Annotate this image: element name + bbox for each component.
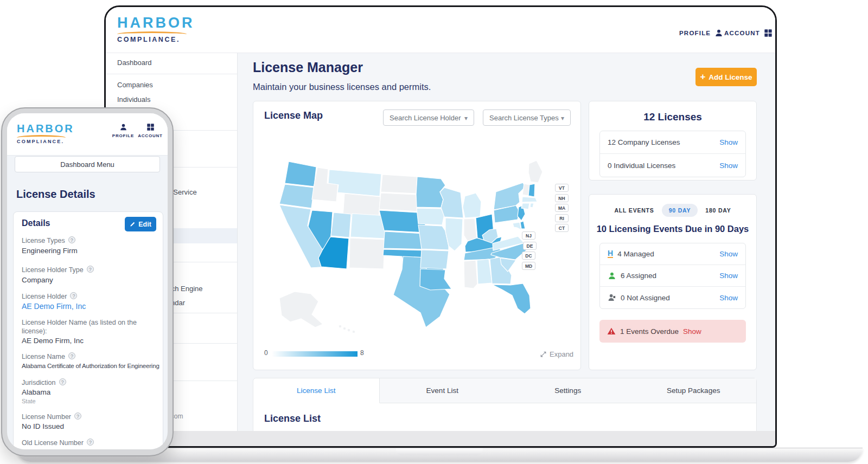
state-label-ma: MA xyxy=(555,204,569,212)
logo-bottom-text: COMPLIANCE. xyxy=(17,139,74,144)
state-in[interactable] xyxy=(464,218,477,241)
chevron-down-icon xyxy=(464,114,468,122)
events-panel-title: 10 Licensing Events Due in 90 Days xyxy=(589,224,756,234)
page-title: License Manager xyxy=(253,60,363,75)
show-assigned-link[interactable]: Show xyxy=(719,272,738,280)
account-menu[interactable]: ACCOUNT xyxy=(724,29,773,37)
help-icon[interactable] xyxy=(87,266,94,273)
individual-licenses-count: 0 Individual Licenses xyxy=(608,162,715,170)
show-not-assigned-link[interactable]: Show xyxy=(719,294,738,302)
search-license-types-dropdown[interactable]: Search License Types xyxy=(483,109,571,126)
field-value: AE Demo Firm, Inc xyxy=(22,337,157,345)
filter-90-day[interactable]: 90 DAY xyxy=(662,204,698,217)
legend-min: 0 xyxy=(264,349,268,357)
license-map-title: License Map xyxy=(264,110,323,121)
tab-settings[interactable]: Settings xyxy=(505,378,631,403)
state-nd[interactable] xyxy=(381,175,417,194)
state-label-ct: CT xyxy=(555,224,569,232)
sidebar-item-companies[interactable]: Companies xyxy=(117,81,153,89)
state-fl[interactable] xyxy=(492,283,531,314)
person-icon xyxy=(119,123,127,131)
harbor-compliance-logo: HARBOR COMPLIANCE. xyxy=(117,15,195,43)
state-hi[interactable] xyxy=(343,327,346,330)
state-hi[interactable] xyxy=(347,328,350,331)
help-icon[interactable] xyxy=(87,439,94,446)
harbor-compliance-logo: HARBOR COMPLIANCE. xyxy=(17,123,74,144)
tab-license-list[interactable]: License List xyxy=(253,378,380,403)
expand-map-button[interactable]: Expand xyxy=(540,350,573,358)
state-al[interactable] xyxy=(477,259,492,284)
state-wa[interactable] xyxy=(285,162,316,186)
phone-frame: HARBOR COMPLIANCE. PROFILE ACCOUNT Dashb… xyxy=(1,107,174,456)
state-la[interactable] xyxy=(420,269,451,290)
grid-icon xyxy=(764,29,773,37)
assigned-count: 6 Assigned xyxy=(621,272,715,280)
field-label: License Holder xyxy=(22,292,152,301)
state-label-nj: NJ xyxy=(522,231,535,240)
show-company-licenses-link[interactable]: Show xyxy=(719,138,738,146)
filter-all-events[interactable]: ALL EVENTS xyxy=(614,207,654,214)
us-choropleth-map[interactable] xyxy=(259,153,563,337)
state-nm[interactable] xyxy=(349,238,385,269)
help-icon[interactable] xyxy=(74,413,81,420)
profile-menu[interactable]: PROFILE xyxy=(679,29,723,37)
state-label-vt: VT xyxy=(555,184,569,192)
state-ct[interactable] xyxy=(521,203,529,209)
state-ma[interactable] xyxy=(522,197,537,202)
main-content: License Manager Maintain your business l… xyxy=(238,53,777,431)
desktop-header: HARBOR COMPLIANCE. PROFILE ACCOUNT xyxy=(106,7,775,53)
state-mo[interactable] xyxy=(418,225,449,250)
show-individual-licenses-link[interactable]: Show xyxy=(719,162,738,170)
state-ak[interactable] xyxy=(279,292,323,327)
dashboard-menu-button[interactable]: Dashboard Menu xyxy=(15,156,160,172)
state-me[interactable] xyxy=(528,160,542,183)
tab-setup-packages[interactable]: Setup Packages xyxy=(631,378,757,403)
help-icon[interactable] xyxy=(59,378,66,385)
list-item: 12 Company Licenses Show xyxy=(600,131,745,154)
edit-button[interactable]: Edit xyxy=(125,217,156,231)
logo-top-text: HARBOR xyxy=(117,15,195,31)
person-x-icon xyxy=(608,293,616,302)
licenses-summary-card: 12 Licenses 12 Company Licenses Show 0 I… xyxy=(589,101,757,181)
search-license-holder-dropdown[interactable]: Search License Holder xyxy=(383,109,474,126)
state-mi[interactable] xyxy=(463,193,481,218)
licensing-events-card: ALL EVENTS 90 DAY 180 DAY 10 Licensing E… xyxy=(589,194,757,370)
state-sd[interactable] xyxy=(379,193,417,211)
state-md[interactable] xyxy=(513,222,521,230)
phone-screen: HARBOR COMPLIANCE. PROFILE ACCOUNT Dashb… xyxy=(7,113,168,449)
license-holder-link[interactable]: AE Demo Firm, Inc xyxy=(22,302,157,311)
field-value: No ID Issued xyxy=(22,422,157,430)
search-license-types-value: Search License Types xyxy=(489,114,559,122)
help-icon[interactable] xyxy=(70,292,77,299)
state-ms[interactable] xyxy=(464,260,477,288)
warning-triangle-icon xyxy=(607,327,616,336)
state-hi[interactable] xyxy=(352,330,355,333)
profile-menu[interactable]: PROFILE xyxy=(109,123,137,138)
filter-180-day[interactable]: 180 DAY xyxy=(705,207,731,214)
show-managed-link[interactable]: Show xyxy=(719,250,738,258)
state-ri[interactable] xyxy=(530,203,534,208)
state-ut[interactable] xyxy=(331,212,351,237)
field-value: Company xyxy=(22,276,157,284)
events-filter-group: ALL EVENTS 90 DAY 180 DAY xyxy=(589,204,756,217)
state-wi[interactable] xyxy=(440,188,463,218)
sidebar-item-individuals[interactable]: Individuals xyxy=(117,95,150,104)
add-license-button[interactable]: Add License xyxy=(695,68,757,86)
show-overdue-link[interactable]: Show xyxy=(683,327,701,336)
details-card-title: Details xyxy=(22,218,50,228)
account-label: ACCOUNT xyxy=(724,30,760,36)
licenses-panel-title: 12 Licenses xyxy=(589,111,756,123)
help-icon[interactable] xyxy=(68,236,75,243)
state-ia[interactable] xyxy=(417,208,444,225)
field-label: License Name xyxy=(22,352,152,361)
account-menu[interactable]: ACCOUNT xyxy=(136,123,164,138)
state-hi[interactable] xyxy=(339,325,341,327)
state-nh[interactable] xyxy=(528,184,535,197)
sidebar-item-dashboard[interactable]: Dashboard xyxy=(117,59,152,67)
state-ar[interactable] xyxy=(420,250,449,269)
tab-event-list[interactable]: Event List xyxy=(380,378,506,403)
state-ny[interactable] xyxy=(494,183,525,210)
logo-bottom-text: COMPLIANCE. xyxy=(117,36,195,43)
state-or[interactable] xyxy=(279,184,314,208)
help-icon[interactable] xyxy=(68,352,75,359)
